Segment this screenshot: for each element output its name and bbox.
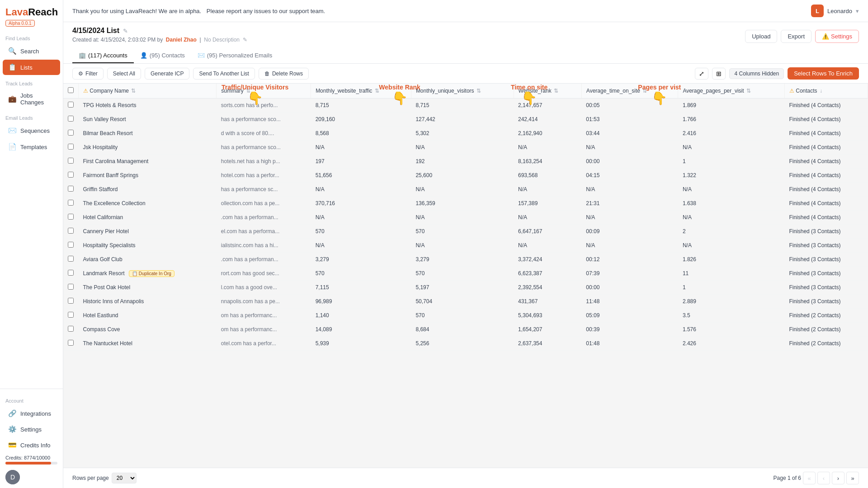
row-checkbox[interactable] — [68, 130, 74, 136]
row-checkbox[interactable] — [68, 102, 74, 108]
row-checkbox[interactable] — [68, 270, 74, 276]
table-row: Griffin Stafford has a performance sc...… — [63, 183, 868, 197]
row-checkbox[interactable] — [68, 256, 74, 262]
cell-website-rank: 2,162,940 — [514, 127, 581, 141]
page-info: Page 1 of 6 — [774, 475, 801, 481]
columns-hidden-badge: 4 Columns Hidden — [729, 68, 784, 79]
select-all-button[interactable]: Select All — [107, 68, 141, 80]
row-checkbox[interactable] — [68, 284, 74, 290]
header-monthly-unique[interactable]: Monthly_unique_visitors ⇅ — [411, 84, 514, 99]
lists-icon: 📋 — [8, 63, 17, 71]
next-page-button[interactable]: › — [832, 472, 844, 484]
avatar[interactable]: D — [5, 470, 20, 484]
cell-monthly-traffic: 3,279 — [311, 253, 411, 267]
send-to-list-button[interactable]: Send To Another List — [193, 68, 255, 80]
banner-text2: Please report any issues to our support … — [207, 8, 325, 14]
sidebar-item-credits-info[interactable]: 💳 Credits Info — [3, 437, 60, 453]
cell-summary: d with a score of 80.... — [217, 127, 311, 141]
cell-company-name: TPG Hotels & Resorts — [79, 99, 217, 113]
select-all-checkbox[interactable] — [68, 87, 74, 93]
row-checkbox-cell — [63, 211, 79, 225]
cell-summary: om has a performanc... — [217, 323, 311, 337]
cell-monthly-unique: N/A — [411, 239, 514, 253]
sidebar-item-search[interactable]: 🔍 Search — [3, 43, 60, 59]
upload-button[interactable]: Upload — [745, 30, 777, 43]
svg-text:D: D — [10, 474, 15, 481]
sidebar-item-sequences[interactable]: ✉️ Sequences — [3, 123, 60, 138]
generate-icp-button[interactable]: Generate ICP — [145, 68, 189, 80]
tab-accounts-icon: 🏢 — [79, 52, 86, 59]
rows-per-page-select[interactable]: 20 50 100 — [112, 473, 137, 483]
tab-accounts[interactable]: 🏢 (117) Accounts — [72, 48, 134, 63]
header-summary[interactable]: summary ⇅ — [217, 84, 311, 99]
row-checkbox[interactable] — [68, 116, 74, 122]
sidebar-item-templates[interactable]: 📄 Templates — [3, 139, 60, 155]
cell-avg-pages: 2.889 — [678, 295, 785, 309]
cell-website-rank: 242,414 — [514, 113, 581, 127]
row-checkbox[interactable] — [68, 158, 74, 164]
cell-monthly-unique: 25,600 — [411, 169, 514, 183]
prev-page-button[interactable]: ‹ — [817, 472, 830, 484]
jobs-icon: 💼 — [8, 95, 17, 103]
cell-avg-pages: N/A — [678, 239, 785, 253]
columns-icon-button[interactable]: ⊞ — [712, 68, 726, 80]
row-checkbox[interactable] — [68, 172, 74, 178]
header-monthly-traffic[interactable]: Monthly_website_traffic ⇅ — [311, 84, 411, 99]
cell-summary: has a performance sco... — [217, 113, 311, 127]
header-avg-time[interactable]: Average_time_on_site ⇅ — [581, 84, 678, 99]
table-row: Compass Cove om has a performanc... 14,0… — [63, 323, 868, 337]
settings-icon: ⚙️ — [8, 425, 17, 433]
header-avg-pages[interactable]: Average_pages_per_visit ⇅ — [678, 84, 785, 99]
cell-avg-pages: 3.5 — [678, 309, 785, 323]
cell-avg-time: 01:48 — [581, 337, 678, 351]
row-checkbox[interactable] — [68, 242, 74, 248]
row-checkbox[interactable] — [68, 326, 74, 332]
table-row: The Nantucket Hotel otel.com has a perfo… — [63, 337, 868, 351]
row-checkbox[interactable] — [68, 200, 74, 206]
row-checkbox-cell — [63, 169, 79, 183]
row-checkbox[interactable] — [68, 340, 74, 346]
row-checkbox[interactable] — [68, 298, 74, 304]
cell-website-rank: 2,147,657 — [514, 99, 581, 113]
table-row: Sun Valley Resort has a performance sco.… — [63, 113, 868, 127]
delete-rows-button[interactable]: 🗑 Delete Rows — [259, 68, 309, 80]
cell-company-name: Landmark Resort 📋 Duplicate In Org — [79, 267, 217, 281]
edit-description-icon[interactable]: ✎ — [243, 37, 247, 43]
header-website-rank[interactable]: Website_rank ⇅ — [514, 84, 581, 99]
cell-contacts: Finished (4 Contacts) — [784, 127, 868, 141]
row-checkbox[interactable] — [68, 186, 74, 192]
sidebar-item-settings[interactable]: ⚙️ Settings — [3, 422, 60, 437]
tab-contacts[interactable]: 👤 (95) Contacts — [134, 48, 191, 63]
sidebar-item-jobs-changes[interactable]: 💼 Jobs Changes — [3, 89, 60, 109]
row-checkbox[interactable] — [68, 144, 74, 150]
integrations-icon: 🔗 — [8, 409, 17, 418]
row-checkbox-cell — [63, 141, 79, 155]
settings-button[interactable]: ⚠️ Settings — [815, 30, 859, 43]
table-row: Hotel Eastlund om has a performanc... 1,… — [63, 309, 868, 323]
cell-avg-time: 00:00 — [581, 155, 678, 169]
first-page-button[interactable]: « — [803, 472, 816, 484]
expand-icon-button[interactable]: ⤢ — [695, 68, 708, 80]
tab-emails[interactable]: ✉️ (95) Personalized Emails — [191, 48, 279, 63]
filter-button[interactable]: ⚙ Filter — [72, 68, 104, 80]
header-company-name[interactable]: ⚠ Company Name ⇅ — [79, 84, 217, 99]
cell-contacts: Finished (4 Contacts) — [784, 211, 868, 225]
export-button[interactable]: Export — [781, 30, 811, 43]
select-rows-button[interactable]: Select Rows To Enrich — [788, 67, 859, 80]
row-checkbox[interactable] — [68, 214, 74, 220]
sidebar-item-lists[interactable]: 📋 Lists — [3, 60, 60, 75]
title-row: 4/15/2024 List ✎ Created at: 4/15/2024, … — [72, 27, 859, 46]
row-checkbox[interactable] — [68, 228, 74, 234]
cell-monthly-unique: 5,256 — [411, 337, 514, 351]
cell-monthly-traffic: N/A — [311, 211, 411, 225]
header-contacts[interactable]: ⚠ Contacts ↓ — [784, 84, 868, 99]
last-page-button[interactable]: » — [846, 472, 859, 484]
table-row: Cannery Pier Hotel el.com has a performa… — [63, 225, 868, 239]
sort-unique-icon: ⇅ — [476, 88, 481, 94]
cell-monthly-traffic: 8,715 — [311, 99, 411, 113]
edit-title-icon[interactable]: ✎ — [123, 28, 128, 34]
credits-bar-bg — [5, 462, 57, 465]
sidebar-item-integrations[interactable]: 🔗 Integrations — [3, 406, 60, 421]
row-checkbox[interactable] — [68, 312, 74, 318]
table-header-row: ⚠ Company Name ⇅ summary ⇅ Monthly_websi… — [63, 84, 868, 99]
